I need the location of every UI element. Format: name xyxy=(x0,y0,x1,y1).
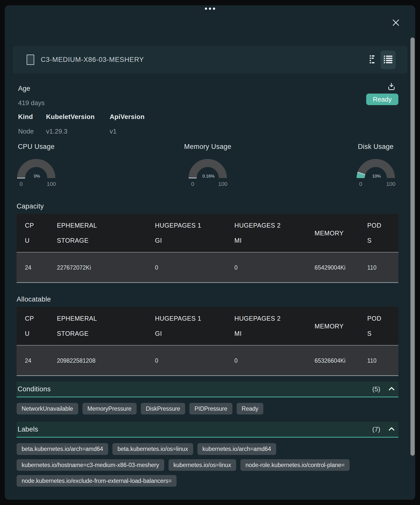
flat-view-icon xyxy=(370,55,375,64)
age-block: Age 419 days xyxy=(18,85,45,107)
close-icon xyxy=(392,19,400,27)
label-chip: beta.kubernetes.io/arch=amd64 xyxy=(17,443,108,455)
column-header: HUGEPAGES 2 MI xyxy=(230,214,311,252)
column-header: EPHEMERAL STORAGE xyxy=(53,307,151,345)
field-label: KubeletVersion xyxy=(46,113,110,121)
svg-text:0: 0 xyxy=(359,181,362,187)
drag-handle-dots-icon[interactable] xyxy=(205,8,215,10)
meta-row: Age 419 days Ready xyxy=(18,85,398,107)
field-api-version: ApiVersion v1 xyxy=(110,113,145,135)
svg-text:100: 100 xyxy=(386,181,396,187)
field-value: v1 xyxy=(110,128,145,135)
capacity-table: CPU EPHEMERAL STORAGE HUGEPAGES 1 GI HUG… xyxy=(17,214,398,283)
age-label: Age xyxy=(18,85,45,93)
table-cell: 110 xyxy=(363,345,398,376)
table-cell: 0 xyxy=(230,345,311,376)
usage-gauges: CPU Usage 0% 0 100 Memory Usage 0.16% xyxy=(17,143,398,191)
column-header: HUGEPAGES 2 MI xyxy=(230,307,311,345)
condition-chip: MemoryPressure xyxy=(82,403,137,414)
condition-chip: PIDPressure xyxy=(189,403,232,414)
chevron-up-icon[interactable] xyxy=(389,427,394,432)
kind-version-row: Kind Node KubeletVersion v1.29.3 ApiVers… xyxy=(18,113,398,135)
svg-text:10%: 10% xyxy=(372,174,381,179)
gauge-title: Disk Usage xyxy=(352,143,400,151)
list-view-toggle-button[interactable] xyxy=(381,51,396,69)
capacity-data-row: 24 227672072Ki 0 0 65429004Ki 110 xyxy=(17,252,398,283)
svg-text:0: 0 xyxy=(20,181,23,187)
memory-usage-gauge: Memory Usage 0.16% 0 100 xyxy=(184,143,232,188)
flat-view-toggle-button[interactable] xyxy=(367,52,377,67)
cpu-usage-gauge: CPU Usage 0% 0 100 xyxy=(12,143,60,188)
labels-accordion-header[interactable]: Labels (7) xyxy=(17,422,398,438)
status-badge: Ready xyxy=(366,94,398,105)
conditions-accordion-header[interactable]: Conditions (5) xyxy=(17,382,398,397)
table-cell: 24 xyxy=(17,345,53,376)
column-header: MEMORY xyxy=(311,307,363,345)
vertical-scrollbar[interactable] xyxy=(410,37,415,456)
label-chip: node-role.kubernetes.io/control-plane= xyxy=(240,459,350,471)
table-cell: 209822581208 xyxy=(53,345,151,376)
allocatable-table: CPU EPHEMERAL STORAGE HUGEPAGES 1 GI HUG… xyxy=(17,307,398,376)
labels-chips: beta.kubernetes.io/arch=amd64 beta.kuber… xyxy=(17,443,398,486)
capacity-title: Capacity xyxy=(17,202,398,210)
table-cell: 65326604Ki xyxy=(311,345,363,376)
conditions-count: (5) xyxy=(372,385,380,393)
close-button[interactable] xyxy=(392,19,400,27)
label-chip: kubernetes.io/arch=amd64 xyxy=(197,443,276,455)
column-header: PODS xyxy=(363,307,398,345)
svg-text:0.16%: 0.16% xyxy=(202,174,215,179)
field-kubelet-version: KubeletVersion v1.29.3 xyxy=(46,113,110,135)
svg-text:100: 100 xyxy=(218,181,228,187)
table-cell: 227672072Ki xyxy=(53,252,151,283)
svg-text:100: 100 xyxy=(47,181,56,187)
field-label: Kind xyxy=(18,113,46,121)
table-cell: 0 xyxy=(230,252,311,283)
allocatable-title: Allocatable xyxy=(17,296,398,303)
condition-chip: DiskPressure xyxy=(141,403,185,414)
column-header: HUGEPAGES 1 GI xyxy=(151,307,230,345)
column-header: CPU xyxy=(17,214,53,252)
column-header: CPU xyxy=(17,307,53,345)
column-header: EPHEMERAL STORAGE xyxy=(53,214,151,252)
node-header-card: C3-MEDIUM-X86-03-MESHERY xyxy=(13,46,407,73)
node-title: C3-MEDIUM-X86-03-MESHERY xyxy=(41,56,144,64)
conditions-chips: NetworkUnavailable MemoryPressure DiskPr… xyxy=(17,403,398,414)
labels-count: (7) xyxy=(372,426,380,433)
field-label: ApiVersion xyxy=(110,113,145,121)
field-value: Node xyxy=(18,128,46,135)
age-value: 419 days xyxy=(18,99,45,107)
svg-text:0%: 0% xyxy=(34,174,40,179)
labels-title: Labels xyxy=(18,426,38,433)
disk-usage-gauge: Disk Usage 10% 0 100 xyxy=(352,143,400,188)
table-cell: 24 xyxy=(17,252,53,283)
field-value: v1.29.3 xyxy=(46,128,110,135)
list-view-icon xyxy=(384,55,393,64)
table-cell: 110 xyxy=(363,252,398,283)
download-icon xyxy=(388,87,395,91)
conditions-title: Conditions xyxy=(18,385,51,393)
label-chip: beta.kubernetes.io/os=linux xyxy=(112,443,193,455)
table-cell: 65429004Ki xyxy=(311,252,363,283)
column-header: MEMORY xyxy=(311,214,363,252)
gauge-title: Memory Usage xyxy=(184,143,232,151)
allocatable-data-row: 24 209822581208 0 0 65326604Ki 110 xyxy=(17,345,398,376)
download-button[interactable] xyxy=(388,83,395,91)
gauge-title: CPU Usage xyxy=(12,143,60,151)
meta-actions: Ready xyxy=(366,83,398,107)
table-cell: 0 xyxy=(151,252,230,283)
capacity-header-row: CPU EPHEMERAL STORAGE HUGEPAGES 1 GI HUG… xyxy=(17,214,398,252)
condition-chip: NetworkUnavailable xyxy=(17,403,78,414)
node-details-modal: C3-MEDIUM-X86-03-MESHERY xyxy=(5,5,415,500)
chevron-up-icon[interactable] xyxy=(389,387,394,391)
column-header: HUGEPAGES 1 GI xyxy=(151,214,230,252)
column-header: PODS xyxy=(363,214,398,252)
svg-text:0: 0 xyxy=(191,181,194,187)
condition-chip: Ready xyxy=(237,403,263,414)
allocatable-header-row: CPU EPHEMERAL STORAGE HUGEPAGES 1 GI HUG… xyxy=(17,307,398,345)
node-select-checkbox[interactable] xyxy=(27,55,34,65)
label-chip: kubernetes.io/os=linux xyxy=(169,459,236,471)
table-cell: 0 xyxy=(151,345,230,376)
modal-body: Age 419 days Ready Kind xyxy=(5,85,415,487)
view-toggle-group xyxy=(367,51,396,69)
label-chip: node.kubernetes.io/exclude-from-external… xyxy=(17,475,177,487)
